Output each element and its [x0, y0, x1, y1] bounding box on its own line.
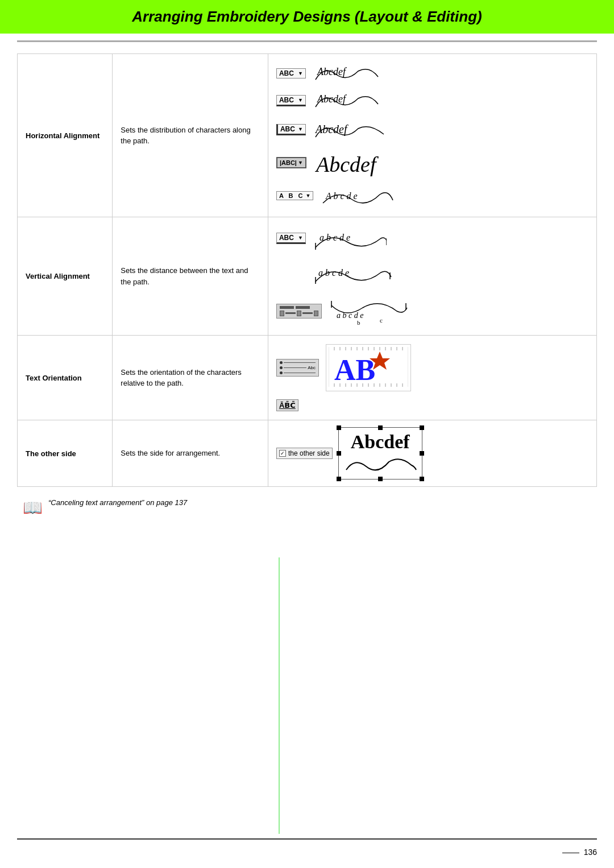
halign-row-2: ABC▼ Abcdef	[276, 90, 381, 111]
halign-row-3: ABC▼ Abcdef	[276, 117, 387, 142]
note-section: 📖 “Canceling text arrangement” on page 1…	[17, 497, 597, 517]
vertical-divider	[279, 557, 280, 834]
orient-sample-1: AB	[326, 344, 411, 391]
image-vertical-alignment: ABC▼ a b c d e	[268, 217, 596, 336]
feature-table: Horizontal Alignment Sets the distributi…	[17, 53, 597, 487]
page-number: 136	[562, 848, 597, 857]
table-row: Text Orientation Sets the orientation of…	[18, 336, 597, 420]
svg-text:Abcdef: Abcdef	[317, 66, 347, 77]
handle-bm	[378, 477, 383, 481]
valign-dropdown-1[interactable]: ABC▼	[276, 233, 306, 244]
header-title: Arranging Embroidery Designs (Layout & E…	[132, 8, 482, 25]
abc-orient-dropdown[interactable]: ĀB̄C̄	[276, 399, 298, 411]
otherside-selection: Abcdef	[338, 427, 422, 480]
main-content: Horizontal Alignment Sets the distributi…	[0, 42, 614, 534]
svg-text:AB: AB	[334, 354, 375, 386]
image-horizontal-alignment: ABC▼ Abcdef ABC▼	[268, 54, 596, 217]
svg-text:Abcdef: Abcdef	[314, 152, 379, 176]
image-text-orientation: Abc	[268, 336, 596, 420]
abcdef-text: Abcdef	[351, 431, 410, 453]
handle-tr	[420, 425, 424, 430]
desc-vertical-alignment: Sets the distance between the text and t…	[113, 217, 268, 336]
valign-row-2: a b c d e	[276, 259, 392, 287]
valign-sample-2: a b c d e	[313, 259, 392, 287]
abc-dropdown-3[interactable]: ABC▼	[276, 124, 306, 135]
handle-bl	[337, 477, 341, 481]
valign-row-1: ABC▼ a b c d e	[276, 226, 387, 251]
halign-examples: ABC▼ Abcdef ABC▼	[276, 61, 588, 210]
page-header: Arranging Embroidery Designs (Layout & E…	[0, 0, 614, 42]
halign-row-4: |ABC|▼ Abcdef	[276, 148, 393, 177]
bottom-divider	[17, 838, 597, 840]
cursive-sample-4: Abcdef	[313, 148, 393, 177]
label-text-orientation: Text Orientation	[18, 336, 113, 420]
otherside-wave	[343, 453, 417, 476]
halign-row-1: ABC▼ Abcdef	[276, 63, 381, 84]
label-vertical-alignment: Vertical Alignment	[18, 217, 113, 336]
otherside-checkbox[interactable]: ✓ the other side	[276, 448, 333, 459]
valign-sample-3: a b c d e b c	[329, 295, 408, 326]
svg-text:A b c d e: A b c d e	[325, 191, 358, 201]
valign-row-3: a b c d e b c	[276, 295, 408, 326]
abc-dropdown-1[interactable]: ABC▼	[276, 68, 306, 78]
svg-text:c: c	[380, 317, 383, 324]
torient-row-1: Abc	[276, 344, 411, 391]
handle-br	[420, 477, 424, 481]
cursive-sample-5: A b c d e	[320, 183, 394, 208]
desc-text-orientation: Sets the orientation of the characters r…	[113, 336, 268, 420]
table-row: The other side Sets the side for arrange…	[18, 420, 597, 487]
handle-tm	[378, 425, 383, 430]
cursive-sample-2: Abcdef	[313, 90, 381, 111]
torient-row-2: ĀB̄C̄	[276, 399, 298, 411]
abc-dropdown-2[interactable]: ABC▼	[276, 95, 306, 106]
svg-text:a b c d e: a b c d e	[320, 233, 350, 242]
cursive-sample-3: Abcdef	[313, 117, 387, 142]
torient-examples: Abc	[276, 342, 588, 413]
label-other-side: The other side	[18, 420, 113, 487]
valign-examples: ABC▼ a b c d e	[276, 224, 588, 328]
note-icon: 📖	[23, 498, 43, 517]
handle-tl	[337, 425, 341, 430]
orient-panel-1: Abc	[276, 359, 319, 377]
label-horizontal-alignment: Horizontal Alignment	[18, 54, 113, 217]
note-text: “Canceling text arrangement” on page 137	[48, 497, 187, 509]
svg-text:Abcdef: Abcdef	[314, 123, 349, 136]
header-banner: Arranging Embroidery Designs (Layout & E…	[0, 0, 614, 34]
image-other-side: ✓ the other side	[268, 420, 596, 487]
valign-panel	[276, 304, 322, 319]
abc-dropdown-5[interactable]: A B C▼	[276, 191, 313, 200]
desc-other-side: Sets the side for arrangement.	[113, 420, 268, 487]
valign-sample-1: a b c d e	[313, 226, 387, 251]
svg-text:Abcdef: Abcdef	[317, 93, 347, 105]
otherside-examples: ✓ the other side	[276, 427, 588, 480]
desc-horizontal-alignment: Sets the distribution of characters alon…	[113, 54, 268, 217]
svg-text:b: b	[357, 319, 360, 326]
svg-text:a b c d e: a b c d e	[337, 311, 363, 320]
handle-ml	[337, 451, 341, 456]
handle-mr	[420, 451, 424, 456]
cursive-sample-1: Abcdef	[313, 63, 381, 84]
table-row: Vertical Alignment Sets the distance bet…	[18, 217, 597, 336]
halign-row-5: A B C▼ A b c d e	[276, 183, 394, 208]
table-row: Horizontal Alignment Sets the distributi…	[18, 54, 597, 217]
abc-dropdown-4[interactable]: |ABC|▼	[276, 157, 306, 168]
svg-text:a b c d e: a b c d e	[318, 268, 349, 278]
